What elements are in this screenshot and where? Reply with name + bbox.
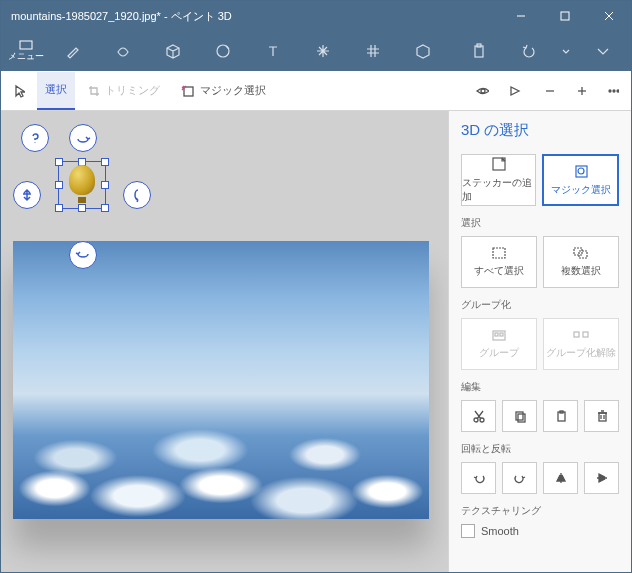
magic-select-tool[interactable]: マジック選択 <box>172 72 274 110</box>
delete-icon[interactable] <box>584 400 619 432</box>
shapes-2d-icon[interactable] <box>99 33 147 69</box>
smooth-label: Smooth <box>481 525 519 537</box>
section-select-label: 選択 <box>461 216 619 230</box>
svg-rect-25 <box>574 332 579 337</box>
effects-icon[interactable] <box>299 33 347 69</box>
section-group-label: グループ化 <box>461 298 619 312</box>
section-rotate-label: 回転と反転 <box>461 442 619 456</box>
zoom-in-icon[interactable] <box>567 72 595 110</box>
canvas-icon[interactable] <box>349 33 397 69</box>
pointer-tool[interactable] <box>5 72 33 110</box>
svg-rect-1 <box>561 12 569 20</box>
window-title: mountains-1985027_1920.jpg* - ペイント 3D <box>11 9 499 24</box>
brush-tool-icon[interactable] <box>49 33 97 69</box>
svg-point-15 <box>617 90 619 92</box>
help-control-icon[interactable] <box>21 124 49 152</box>
menu-label: メニュー <box>8 50 44 63</box>
section-edit-label: 編集 <box>461 380 619 394</box>
history-dropdown-icon[interactable] <box>555 33 577 69</box>
multi-select-button[interactable]: 複数選択 <box>543 236 619 288</box>
more-icon[interactable] <box>599 72 627 110</box>
svg-rect-19 <box>493 248 505 258</box>
canvas-image <box>13 241 429 519</box>
shapes-3d-icon[interactable] <box>149 33 197 69</box>
svg-rect-8 <box>184 87 193 96</box>
zoom-out-icon[interactable] <box>535 72 563 110</box>
paste-side-icon[interactable] <box>543 400 578 432</box>
canvas-area[interactable] <box>1 111 448 572</box>
side-title: 3D の選択 <box>461 121 619 140</box>
crop-tool[interactable]: トリミング <box>79 72 168 110</box>
rotate-x-control-icon[interactable] <box>69 124 97 152</box>
magic-select-label: マジック選択 <box>200 83 266 98</box>
titlebar: mountains-1985027_1920.jpg* - ペイント 3D <box>1 1 631 31</box>
text-icon[interactable] <box>249 33 297 69</box>
rotate-z-control-icon[interactable] <box>69 241 97 269</box>
svg-point-14 <box>613 90 615 92</box>
svg-rect-30 <box>518 414 525 422</box>
library-icon[interactable] <box>399 33 447 69</box>
sub-toolbar: 選択 トリミング マジック選択 <box>1 71 631 111</box>
svg-rect-26 <box>583 332 588 337</box>
rotate-left-icon[interactable] <box>461 462 496 494</box>
section-texture-label: テクスチャリング <box>461 504 619 518</box>
group-button: グループ <box>461 318 537 370</box>
side-panel: 3D の選択 ステッカーの追加 マジック選択 選択 すべて選択 <box>448 111 631 572</box>
cut-icon[interactable] <box>461 400 496 432</box>
svg-rect-6 <box>475 46 483 57</box>
close-button[interactable] <box>587 1 631 31</box>
svg-rect-24 <box>500 333 503 336</box>
svg-rect-33 <box>599 413 606 421</box>
menu-button[interactable]: メニュー <box>5 33 47 69</box>
ungroup-button: グループ化解除 <box>543 318 619 370</box>
minimize-button[interactable] <box>499 1 543 31</box>
stickers-icon[interactable] <box>199 33 247 69</box>
view-3d-icon[interactable] <box>467 72 497 110</box>
maximize-button[interactable] <box>543 1 587 31</box>
svg-rect-29 <box>516 412 523 420</box>
select-tool[interactable]: 選択 <box>37 72 75 110</box>
ribbon: メニュー <box>1 31 631 71</box>
smooth-checkbox[interactable] <box>461 524 475 538</box>
flip-vertical-icon[interactable] <box>584 462 619 494</box>
paste-icon[interactable] <box>455 33 503 69</box>
rotate-right-icon[interactable] <box>502 462 537 494</box>
selection-box[interactable] <box>58 161 106 209</box>
svg-point-18 <box>578 168 584 174</box>
svg-rect-4 <box>20 41 32 49</box>
balloon-object[interactable] <box>69 165 95 207</box>
select-label: 選択 <box>45 82 67 97</box>
expand-icon[interactable] <box>579 33 627 69</box>
magic-select-button[interactable]: マジック選択 <box>542 154 619 206</box>
view-mixed-icon[interactable] <box>501 72 531 110</box>
depth-control-icon[interactable] <box>13 181 41 209</box>
rotate-y-control-icon[interactable] <box>123 181 151 209</box>
trimming-label: トリミング <box>105 83 160 98</box>
add-sticker-button[interactable]: ステッカーの追加 <box>461 154 536 206</box>
svg-point-9 <box>481 89 485 93</box>
select-all-button[interactable]: すべて選択 <box>461 236 537 288</box>
svg-rect-23 <box>495 333 498 336</box>
svg-point-13 <box>609 90 611 92</box>
undo-icon[interactable] <box>505 33 553 69</box>
flip-horizontal-icon[interactable] <box>543 462 578 494</box>
copy-icon[interactable] <box>502 400 537 432</box>
